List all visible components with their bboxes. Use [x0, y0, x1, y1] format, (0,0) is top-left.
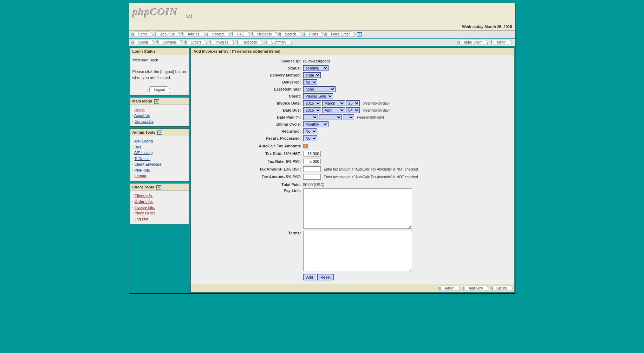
nav-plans[interactable]: Plans	[303, 32, 323, 37]
select-invdate-month[interactable]: March	[322, 100, 345, 106]
nav-summary[interactable]: Summary	[265, 40, 292, 45]
tool-ar[interactable]: A/R Listing	[134, 139, 153, 143]
tool-logout[interactable]: Logout	[135, 174, 147, 178]
select-status[interactable]: pending	[303, 65, 328, 71]
lbl-paylink: Pay Link:	[191, 188, 303, 193]
ct-logout[interactable]: Log Out	[135, 217, 148, 221]
expand-icon[interactable]: ↗	[154, 99, 159, 104]
textarea-terms[interactable]	[303, 231, 412, 271]
select-reminder[interactable]: none	[303, 86, 336, 92]
expand-icon[interactable]: ↗	[156, 185, 161, 189]
input-taxrate2[interactable]	[303, 159, 321, 164]
logout-msg: Please click the [Logout] button when yo…	[132, 69, 187, 80]
nav-invoices[interactable]: Invoices	[209, 40, 234, 45]
select-datedue-day[interactable]: 04	[346, 107, 360, 113]
ymd-note3: (year-month-day)	[357, 115, 384, 119]
nav-admin[interactable]: Admin	[490, 40, 512, 45]
lbl-billing: Billing Cycle:	[191, 122, 303, 126]
expand-icon[interactable]: ↗	[187, 14, 191, 18]
panel-login: Login Status Welcome Back Please click t…	[130, 47, 189, 95]
header-date: Wednesday March 25, 2015	[462, 25, 512, 29]
panel-clienttools-title: Client Tools	[132, 185, 154, 189]
nav-helpdesk2[interactable]: Helpdesk	[236, 40, 262, 45]
select-delivered[interactable]: No	[303, 79, 317, 85]
input-taxamt2[interactable]	[303, 174, 321, 180]
lbl-invdate: Invoice Date:	[191, 101, 303, 105]
nav-articles[interactable]: Articles	[181, 32, 204, 37]
select-recurproc[interactable]: No	[303, 135, 317, 141]
select-datepaid-year[interactable]	[303, 114, 318, 120]
lbl-taxamt1: Tax Amount- 13% HST:	[191, 167, 303, 171]
tool-phpinfo[interactable]: PHP-Info	[135, 168, 150, 172]
footer-listing[interactable]: Listing	[490, 286, 513, 291]
select-datepaid-month[interactable]	[319, 114, 342, 120]
lbl-reminder: Last Reminder	[191, 87, 303, 91]
menu-contact[interactable]: Contact Us	[135, 119, 154, 124]
select-invdate-day[interactable]: 25	[346, 100, 360, 106]
header: phpCOIN phpCOIN ↗ Wednesday March 25, 20…	[129, 3, 515, 31]
select-billing[interactable]: Monthly	[303, 121, 328, 127]
ct-clientinfo[interactable]: Client Info.	[135, 194, 153, 198]
val-invoice-id: (auto-assigned)	[303, 59, 514, 63]
panel-admintools: Admin Tools ↗ · A/R Listing · Bills · A/…	[130, 128, 189, 181]
nav-search[interactable]: Search	[278, 32, 301, 37]
tool-todo[interactable]: ToDo List	[134, 156, 150, 161]
tool-ap[interactable]: A/P Listing	[134, 151, 152, 155]
nav-clients[interactable]: Clients	[131, 40, 154, 45]
input-taxrate1[interactable]	[303, 151, 321, 156]
textarea-paylink[interactable]	[303, 188, 412, 229]
lbl-taxamt2: Tax Amount- 5% PST:	[191, 175, 303, 179]
footer-addnew[interactable]: Add New	[462, 286, 488, 291]
lbl-totalpaid: Total Paid:	[191, 182, 303, 187]
lbl-autocalc: AutoCalc Tax Amounts	[191, 144, 303, 148]
reset-button[interactable]: Reset	[317, 274, 334, 280]
add-button[interactable]: Add	[303, 274, 317, 280]
form-title: Add Invoices Entry ( (*) denotes optiona…	[191, 48, 514, 55]
panel-admintools-title: Admin Tools	[132, 130, 156, 134]
nav-about[interactable]: About Us	[154, 32, 180, 37]
lbl-recurring: Recurring:	[191, 129, 303, 133]
lbl-delivery: Delivery Method:	[191, 73, 303, 77]
val-totalpaid: $0.00 (USD)	[303, 182, 514, 187]
logout-button[interactable]: Logout	[148, 86, 170, 93]
menu-about[interactable]: About Us	[134, 113, 150, 118]
select-datedue-year[interactable]: 2015	[303, 107, 321, 113]
nav-domains[interactable]: Domains	[156, 40, 182, 45]
footer-admin[interactable]: Admin	[438, 286, 460, 291]
nav-faq[interactable]: FAQ	[231, 32, 250, 37]
ymd-note1: (year-month-day)	[363, 101, 390, 105]
taxnote2: Enter tax amount if "AutoCalc Tax Amount…	[324, 175, 418, 179]
lbl-taxrate2: Tax Rate- 5% PST:	[191, 159, 303, 164]
ct-placeorder[interactable]: Place Order	[135, 211, 155, 215]
select-datedue-month[interactable]: April	[322, 107, 345, 113]
select-invdate-year[interactable]: 2015	[303, 100, 321, 106]
lbl-terms: Terms:	[191, 231, 303, 235]
select-client[interactable]: Please Select	[303, 93, 333, 99]
panel-mainmenu: Main Menu ↗ · Home · About Us · Contact …	[130, 97, 189, 127]
nav-orders[interactable]: Orders	[184, 40, 207, 45]
nav-helpdesk[interactable]: Helpdesk	[251, 32, 278, 37]
ct-invoiceinfo[interactable]: Invoice Info.	[135, 205, 155, 209]
select-delivery[interactable]: email	[303, 72, 321, 78]
checkbox-autocalc[interactable]	[303, 144, 308, 148]
expand-icon[interactable]: ↗	[157, 131, 162, 135]
select-recurring[interactable]: No	[303, 128, 317, 134]
welcome-text: Welcome Back	[132, 57, 187, 63]
nav-home[interactable]: Home	[131, 32, 153, 37]
ct-orderinfo[interactable]: Order Info.	[135, 199, 153, 204]
input-taxamt1[interactable]	[303, 166, 321, 172]
expand-icon[interactable]: ↗	[357, 32, 362, 36]
ymd-note2: (year-month-day)	[363, 108, 390, 112]
tool-bills[interactable]: Bills	[135, 145, 142, 149]
nav-emailclient[interactable]: eMail Client	[457, 40, 488, 45]
menu-home[interactable]: Home	[135, 108, 145, 112]
lbl-datepaid: Date Paid (*):	[191, 115, 303, 119]
sidebar: Login Status Welcome Back Please click t…	[130, 47, 189, 293]
nav-placeorder[interactable]: Place Order	[324, 32, 355, 37]
nav-row-2: Clients Domains Orders Invoices Helpdesk…	[129, 39, 515, 47]
select-datepaid-day[interactable]	[343, 114, 354, 120]
nav-contact[interactable]: Contact	[206, 32, 229, 37]
tool-envelope[interactable]: Client Envelope	[135, 162, 162, 166]
lbl-recurproc: Recurr. Processed:	[191, 136, 303, 140]
panel-mainmenu-title: Main Menu	[132, 99, 152, 103]
